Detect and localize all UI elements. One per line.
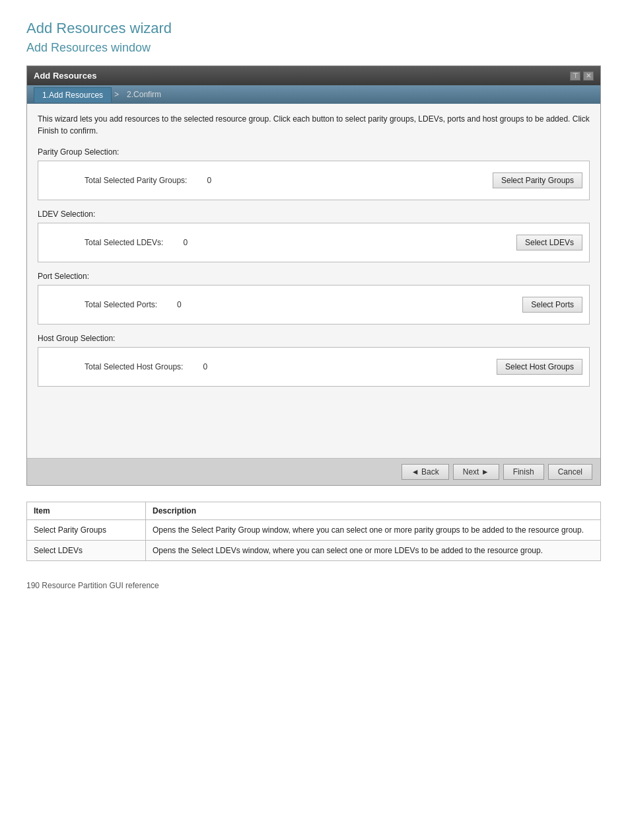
- pin-icon[interactable]: ⊤: [570, 71, 580, 81]
- ldev-box: Total Selected LDEVs: 0 Select LDEVs: [38, 223, 590, 262]
- tab-add-resources[interactable]: 1.Add Resources: [34, 87, 112, 102]
- page-number: 190 Resource Partition GUI reference: [26, 581, 604, 590]
- add-resources-dialog: Add Resources ⊤ ✕ 1.Add Resources > 2.Co…: [26, 65, 601, 486]
- finish-button[interactable]: Finish: [503, 464, 544, 480]
- host-group-info: Total Selected Host Groups: 0: [45, 362, 207, 371]
- window-subtitle: Add Resources window: [26, 41, 604, 55]
- port-box: Total Selected Ports: 0 Select Ports: [38, 285, 590, 325]
- port-info: Total Selected Ports: 0: [45, 300, 182, 309]
- select-parity-groups-button[interactable]: Select Parity Groups: [493, 172, 582, 188]
- col-item-header: Item: [27, 502, 146, 520]
- host-group-total-label: Total Selected Host Groups:: [85, 362, 183, 371]
- dialog-tabs: 1.Add Resources > 2.Confirm: [27, 85, 600, 104]
- dialog-header: Add Resources ⊤ ✕: [27, 66, 600, 85]
- parity-total-value: 0: [207, 176, 211, 185]
- table-row: Select LDEVsOpens the Select LDEVs windo…: [27, 541, 601, 561]
- port-total-value: 0: [177, 300, 182, 309]
- dialog-body: This wizard lets you add resources to th…: [27, 104, 600, 458]
- tab-separator: >: [114, 90, 119, 99]
- col-desc-header: Description: [146, 502, 601, 520]
- wizard-title: Add Resources wizard: [26, 20, 604, 37]
- reference-table: Item Description Select Parity GroupsOpe…: [26, 502, 601, 561]
- parity-group-box: Total Selected Parity Groups: 0 Select P…: [38, 161, 590, 200]
- select-ports-button[interactable]: Select Ports: [522, 297, 582, 313]
- cancel-button[interactable]: Cancel: [548, 464, 592, 480]
- port-section: Port Selection: Total Selected Ports: 0 …: [38, 272, 590, 325]
- close-icon[interactable]: ✕: [583, 71, 594, 81]
- ref-desc-cell: Opens the Select Parity Group window, wh…: [146, 520, 601, 541]
- parity-group-section: Parity Group Selection: Total Selected P…: [38, 147, 590, 200]
- ldev-info: Total Selected LDEVs: 0: [45, 238, 188, 247]
- intro-text: This wizard lets you add resources to th…: [38, 113, 590, 137]
- select-ldevs-button[interactable]: Select LDEVs: [516, 235, 582, 250]
- back-button[interactable]: ◄ Back: [402, 464, 449, 480]
- body-spacer: [38, 396, 590, 449]
- host-group-box: Total Selected Host Groups: 0 Select Hos…: [38, 347, 590, 387]
- ldev-label: LDEV Selection:: [38, 210, 590, 219]
- dialog-header-controls: ⊤ ✕: [570, 71, 594, 81]
- port-total-label: Total Selected Ports:: [85, 300, 157, 309]
- ref-item-cell: Select LDEVs: [27, 541, 146, 561]
- host-group-section: Host Group Selection: Total Selected Hos…: [38, 334, 590, 387]
- ref-item-cell: Select Parity Groups: [27, 520, 146, 541]
- table-row: Select Parity GroupsOpens the Select Par…: [27, 520, 601, 541]
- next-button[interactable]: Next ►: [453, 464, 499, 480]
- host-group-label: Host Group Selection:: [38, 334, 590, 343]
- parity-group-label: Parity Group Selection:: [38, 147, 590, 157]
- port-label: Port Selection:: [38, 272, 590, 281]
- dialog-footer: ◄ Back Next ► Finish Cancel: [27, 458, 600, 485]
- host-group-total-value: 0: [203, 362, 207, 371]
- select-host-groups-button[interactable]: Select Host Groups: [497, 359, 582, 375]
- parity-total-label: Total Selected Parity Groups:: [85, 176, 187, 185]
- ldev-total-value: 0: [183, 238, 188, 247]
- parity-group-info: Total Selected Parity Groups: 0: [45, 176, 211, 185]
- tab-confirm[interactable]: 2.Confirm: [122, 87, 166, 102]
- ldev-section: LDEV Selection: Total Selected LDEVs: 0 …: [38, 210, 590, 262]
- ref-desc-cell: Opens the Select LDEVs window, where you…: [146, 541, 601, 561]
- ldev-total-label: Total Selected LDEVs:: [85, 238, 163, 247]
- dialog-title: Add Resources: [34, 71, 96, 81]
